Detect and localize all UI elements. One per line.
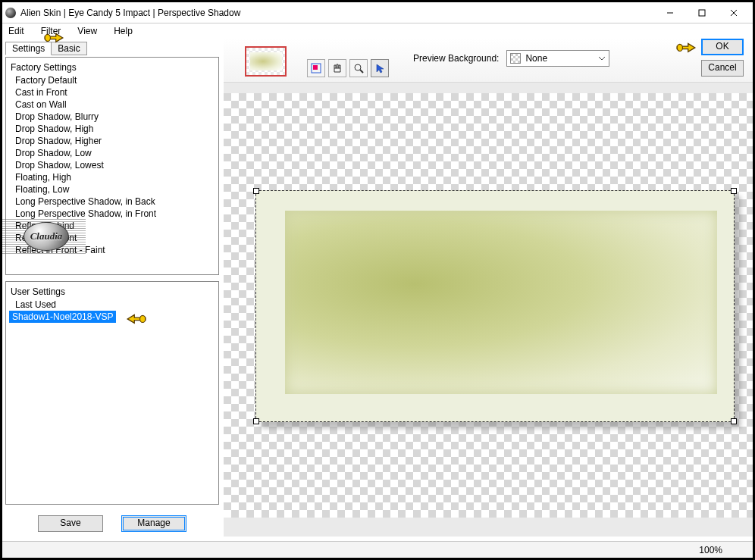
menu-edit[interactable]: Edit xyxy=(5,25,27,37)
arrow-tool-icon[interactable] xyxy=(371,59,389,77)
minimize-button[interactable] xyxy=(654,4,686,22)
factory-settings-list[interactable]: Factory Settings Factory DefaultCast in … xyxy=(5,57,219,275)
cancel-button[interactable]: Cancel xyxy=(701,60,744,77)
menu-bar: Edit Filter View Help xyxy=(2,23,753,39)
resize-handle[interactable] xyxy=(731,188,737,194)
preview-thumbnail[interactable] xyxy=(245,46,287,77)
list-item[interactable]: Long Perspective Shadow, in Front xyxy=(6,208,218,220)
list-item[interactable]: Floating, Low xyxy=(6,183,218,196)
checker-swatch-icon xyxy=(510,53,521,64)
menu-view[interactable]: View xyxy=(74,25,100,37)
zoom-tool-icon[interactable] xyxy=(349,59,368,77)
list-item[interactable]: Factory Default xyxy=(6,74,218,86)
list-item[interactable]: Drop Shadow, Blurry xyxy=(6,111,218,123)
status-bar: 100% xyxy=(2,541,753,558)
dialog-buttons: OK Cancel xyxy=(701,39,744,77)
tab-settings[interactable]: Settings xyxy=(5,42,52,55)
pointer-hand-icon xyxy=(126,311,147,326)
thumbnail-image xyxy=(250,52,282,70)
app-icon xyxy=(5,8,16,18)
ok-button[interactable]: OK xyxy=(701,39,744,55)
window-controls xyxy=(654,4,750,22)
user-settings-header: User Settings xyxy=(6,285,218,299)
chevron-down-icon xyxy=(598,54,606,63)
list-item[interactable]: Drop Shadow, Lowest xyxy=(6,159,218,171)
list-item[interactable]: Long Perspective Shadow, in Back xyxy=(6,196,218,208)
tab-basic[interactable]: Basic xyxy=(51,42,86,55)
tab-strip: Settings Basic xyxy=(5,42,219,55)
svg-rect-1 xyxy=(699,10,705,16)
list-item[interactable]: Cast in Front xyxy=(6,86,218,99)
list-item[interactable]: Floating, High xyxy=(6,171,218,183)
resize-handle[interactable] xyxy=(731,418,737,424)
list-item[interactable]: Drop Shadow, Low xyxy=(6,147,218,159)
list-item[interactable]: Reflect in Front xyxy=(6,232,218,244)
preview-background-value: None xyxy=(525,53,547,64)
selection-box[interactable] xyxy=(255,190,735,422)
preview-background-label: Preview Background: xyxy=(413,53,499,64)
maximize-button[interactable] xyxy=(686,4,718,22)
list-item[interactable]: Drop Shadow, Higher xyxy=(6,135,218,147)
svg-point-9 xyxy=(355,64,361,70)
preview-background-combo[interactable]: None xyxy=(506,50,609,67)
window-title: Alien Skin | Eye Candy 5 Impact | Perspe… xyxy=(20,8,654,18)
save-button[interactable]: Save xyxy=(38,515,103,532)
settings-buttons: Save Manage xyxy=(5,509,219,532)
factory-settings-header: Factory Settings xyxy=(6,61,218,74)
list-item[interactable]: Drop Shadow, High xyxy=(6,123,218,135)
select-all-tool-icon[interactable] xyxy=(307,59,325,77)
list-item[interactable]: Reflect Behind xyxy=(6,220,218,232)
resize-handle[interactable] xyxy=(253,418,259,424)
manage-button[interactable]: Manage xyxy=(121,515,186,532)
list-item[interactable]: Cast on Wall xyxy=(6,99,218,111)
list-item[interactable]: Reflect in Front - Faint xyxy=(6,244,218,256)
svg-line-10 xyxy=(360,70,363,73)
close-button[interactable] xyxy=(718,4,750,22)
left-panel: Settings Basic Factory Settings Factory … xyxy=(2,39,224,537)
title-bar: Alien Skin | Eye Candy 5 Impact | Perspe… xyxy=(2,2,753,23)
menu-filter[interactable]: Filter xyxy=(38,25,64,37)
preview-area xyxy=(224,83,753,537)
preview-canvas[interactable] xyxy=(224,93,753,518)
svg-point-6 xyxy=(140,315,146,322)
resize-handle[interactable] xyxy=(253,188,259,194)
preview-panel: Preview Background: None xyxy=(224,39,753,537)
menu-help[interactable]: Help xyxy=(111,25,136,37)
list-item[interactable]: Shadow1-Noel2018-VSP xyxy=(9,311,116,323)
preview-toolbar: Preview Background: None xyxy=(224,39,753,83)
zoom-level: 100% xyxy=(699,545,722,555)
list-item[interactable]: Last Used xyxy=(6,299,218,311)
user-settings-list[interactable]: User Settings Last UsedShadow1-Noel2018-… xyxy=(5,281,219,505)
svg-rect-8 xyxy=(313,65,318,70)
hand-tool-icon[interactable] xyxy=(328,59,346,77)
